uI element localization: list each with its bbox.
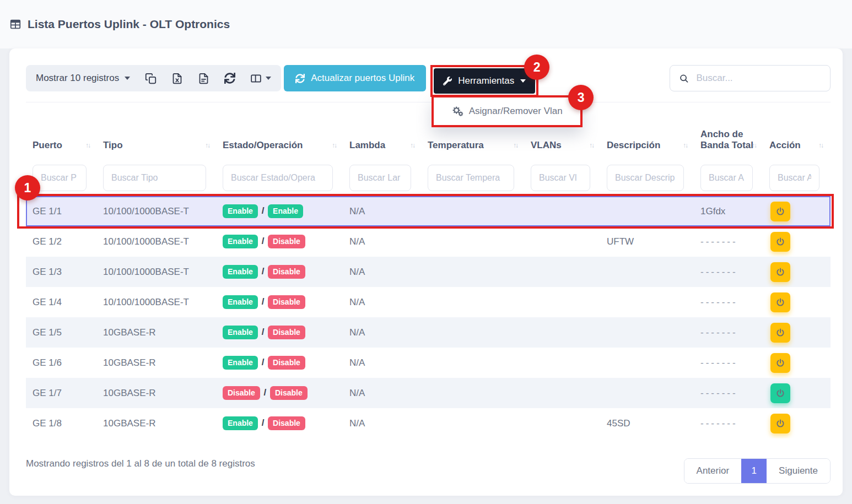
menu-item-label: Asignar/Remover Vlan — [469, 106, 563, 117]
cell-accion — [764, 408, 831, 438]
cell-tipo: 10/100/1000BASE-T — [98, 196, 217, 226]
sort-icon: ↑↓ — [85, 142, 90, 149]
top-header-bar: Lista Puertos Uplink - OLT Optronics — [0, 0, 852, 48]
search-input[interactable] — [696, 73, 821, 84]
excel-export-button[interactable] — [171, 73, 183, 84]
cell-temperatura — [422, 287, 525, 317]
column-header-puerto[interactable]: Puerto↑↓ — [26, 102, 98, 160]
table-row-ge-1-2[interactable]: GE 1/210/100/1000BASE-TEnable / DisableN… — [26, 226, 831, 257]
filter-input-lambda[interactable] — [349, 165, 411, 191]
filter-input-accion[interactable] — [769, 165, 819, 191]
cell-tipo: 10/100/1000BASE-T — [98, 226, 217, 257]
table-row-ge-1-5[interactable]: GE 1/510GBASE-REnable / DisableN/A------… — [26, 317, 831, 348]
operacion-badge: Disable — [268, 295, 305, 309]
column-visibility-button[interactable] — [250, 73, 271, 84]
length-menu-label: Mostrar 10 registros — [36, 73, 119, 84]
table-row-ge-1-7[interactable]: GE 1/710GBASE-RDisable / DisableN/A-----… — [26, 378, 831, 408]
cell-ancho-banda: ------- — [695, 287, 764, 317]
sort-icon: ↑↓ — [205, 142, 209, 149]
cell-vlans — [525, 378, 601, 408]
operacion-badge: Disable — [268, 235, 305, 248]
cell-tipo: 10/100/1000BASE-T — [98, 257, 217, 287]
table-row-ge-1-3[interactable]: GE 1/310/100/1000BASE-TEnable / DisableN… — [26, 257, 831, 287]
filter-input-estado-operacion[interactable] — [223, 165, 333, 191]
table-row-ge-1-8[interactable]: GE 1/810GBASE-REnable / DisableN/A45SD--… — [26, 408, 831, 438]
estado-badge: Enable — [223, 235, 258, 248]
sort-icon: ↑↓ — [332, 142, 336, 149]
table-body: GE 1/110/100/1000BASE-TEnable / EnableN/… — [26, 196, 831, 438]
column-visibility-icon — [250, 73, 262, 84]
power-toggle-button[interactable] — [770, 232, 790, 252]
column-header-tipo[interactable]: Tipo↑↓ — [98, 102, 217, 160]
cell-estado-operacion: Enable / Enable — [217, 196, 344, 226]
cell-puerto: GE 1/3 — [26, 257, 98, 287]
length-menu-select[interactable]: Mostrar 10 registros — [36, 73, 130, 84]
table-row-ge-1-1[interactable]: GE 1/110/100/1000BASE-TEnable / EnableN/… — [26, 196, 831, 226]
operacion-badge: Enable — [268, 204, 303, 218]
cell-ancho-banda: 1Gfdx — [695, 196, 764, 226]
cell-ancho-banda: ------- — [695, 226, 764, 257]
power-icon — [775, 358, 785, 368]
menu-item-assign-remove-vlan[interactable]: Asignar/Remover Vlan — [434, 97, 580, 125]
table-row-ge-1-6[interactable]: GE 1/610GBASE-REnable / DisableN/A------… — [26, 348, 831, 378]
cell-vlans — [525, 287, 601, 317]
pagination: Anterior 1 Siguiente — [684, 458, 831, 484]
power-toggle-button[interactable] — [770, 353, 790, 373]
pagination-previous-button[interactable]: Anterior — [684, 459, 742, 483]
power-toggle-button[interactable] — [770, 202, 790, 221]
cell-temperatura — [422, 348, 525, 378]
table-row-ge-1-4[interactable]: GE 1/410/100/1000BASE-TEnable / DisableN… — [26, 287, 831, 317]
filter-input-vlans[interactable] — [531, 165, 590, 191]
badge-separator: / — [259, 418, 267, 428]
cell-vlans — [525, 226, 601, 257]
filter-cell-lambda — [344, 160, 422, 196]
cell-accion — [764, 348, 831, 378]
column-header-estado-operacion[interactable]: Estado/Operación↑↓ — [217, 102, 344, 160]
cell-ancho-banda: ------- — [695, 348, 764, 378]
ancho-banda-value: ------- — [700, 357, 738, 368]
cell-vlans — [525, 348, 601, 378]
column-header-label: VLANs — [531, 140, 562, 150]
filter-input-puerto[interactable] — [33, 165, 87, 191]
column-header-ancho-de-banda-total[interactable]: Ancho de Banda Total↑↓ — [695, 102, 764, 160]
power-toggle-button[interactable] — [770, 414, 790, 433]
power-toggle-button[interactable] — [770, 262, 790, 282]
power-toggle-button[interactable] — [770, 292, 790, 312]
file-export-button[interactable] — [198, 73, 209, 84]
operacion-badge: Disable — [268, 265, 305, 279]
filter-input-temperatura[interactable] — [428, 165, 514, 191]
page-title-text: Lista Puertos Uplink - OLT Optronics — [28, 18, 230, 31]
estado-badge: Enable — [223, 326, 258, 339]
estado-badge: Enable — [223, 356, 258, 370]
ancho-banda-value: ------- — [700, 236, 738, 247]
cell-puerto: GE 1/5 — [26, 317, 98, 348]
filter-cell-temperatura — [422, 160, 525, 196]
update-uplink-ports-button[interactable]: Actualizar puertos Uplink — [284, 65, 426, 91]
cell-accion — [764, 287, 831, 317]
filter-input-tipo[interactable] — [103, 165, 206, 191]
global-search — [670, 65, 831, 91]
column-header-lambda[interactable]: Lambda↑↓ — [344, 102, 422, 160]
estado-badge: Enable — [223, 204, 258, 218]
pagination-page-1[interactable]: 1 — [741, 459, 767, 483]
refresh-button[interactable] — [224, 73, 235, 84]
column-header-accion[interactable]: Acción↑↓ — [764, 102, 831, 160]
cell-descripcion: UFTW — [601, 226, 695, 257]
power-toggle-button[interactable] — [770, 383, 790, 403]
cell-ancho-banda: ------- — [695, 257, 764, 287]
table-header-row: Puerto↑↓Tipo↑↓Estado/Operación↑↓Lambda↑↓… — [26, 102, 831, 160]
filter-input-descripcion[interactable] — [607, 165, 684, 191]
cell-temperatura — [422, 257, 525, 287]
cell-estado-operacion: Disable / Disable — [217, 378, 344, 408]
filter-input-ancho-de-banda-total[interactable] — [700, 165, 753, 191]
refresh-icon — [224, 73, 235, 84]
tools-dropdown-button[interactable]: Herramientas — [434, 68, 535, 94]
column-header-descripcion[interactable]: Descripción↑↓ — [601, 102, 695, 160]
filter-cell-estado-operacion — [217, 160, 344, 196]
cell-lambda: N/A — [344, 317, 422, 348]
filter-cell-ancho-de-banda-total — [695, 160, 764, 196]
power-toggle-button[interactable] — [770, 323, 790, 343]
pagination-next-button[interactable]: Siguiente — [767, 459, 830, 483]
cell-lambda: N/A — [344, 408, 422, 438]
copy-button[interactable] — [145, 73, 157, 84]
